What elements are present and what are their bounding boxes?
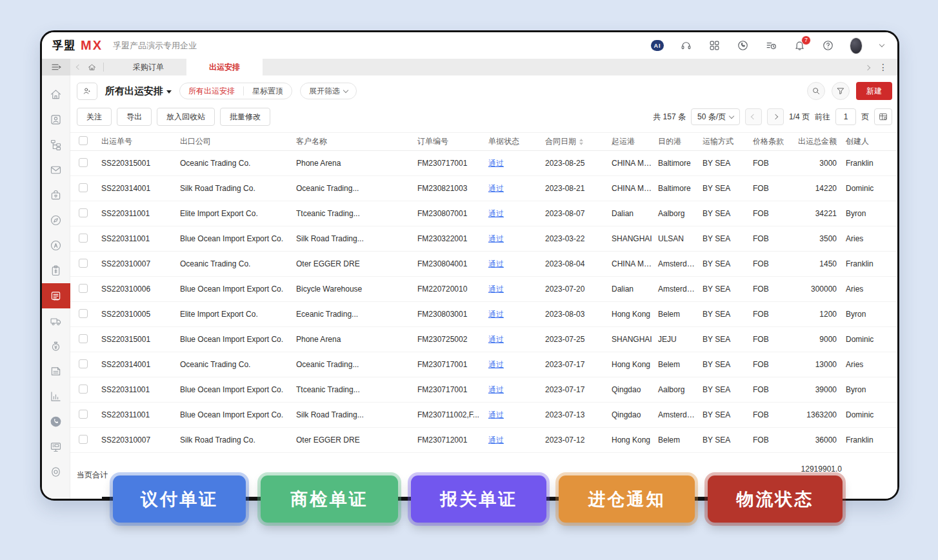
sidebar-item-home[interactable] [42,82,70,107]
status-link[interactable]: 通过 [488,209,504,218]
column-header-5[interactable]: 合同日期 [543,133,609,151]
search-button[interactable] [807,82,825,100]
notifications-bell-icon[interactable]: 7 [793,39,806,52]
nav-back-chevron-icon[interactable] [77,65,81,69]
task-history-icon[interactable] [764,39,777,52]
sidebar-item-compass[interactable] [42,208,70,233]
support-headset-icon[interactable] [679,39,692,52]
sort-icon[interactable] [579,139,583,145]
flow-button-4[interactable]: 物流状态 [708,475,843,523]
table-row[interactable]: SS220311001Blue Ocean Import Export Co.S… [70,226,899,252]
sidebar-item-finance[interactable] [42,334,70,359]
home-tab-icon[interactable] [87,63,97,72]
sidebar-item-orders[interactable] [42,183,70,208]
sidebar-collapse-button[interactable] [42,59,70,75]
avatar-dropdown-chevron-icon[interactable] [878,39,886,52]
row-checkbox-cell [70,428,99,453]
expand-filter-button[interactable]: 展开筛选 [300,83,357,99]
user-avatar[interactable] [850,39,863,52]
status-link[interactable]: 通过 [488,435,504,445]
tab-purchase-orders[interactable]: 采购订单 [110,59,186,75]
action-button-0[interactable]: 关注 [77,108,112,126]
table-row[interactable]: SS220314001Silk Road Trading Co.Oceanic … [70,176,899,201]
flow-button-0[interactable]: 议付单证 [113,475,246,523]
cell-transport: BY SEA [700,252,750,277]
sidebar-item-marketing[interactable] [42,233,70,258]
table-row[interactable]: SS220310005Elite Import Export Co.Eceani… [70,302,899,327]
status-link[interactable]: 通过 [488,234,504,243]
row-checkbox[interactable] [79,234,88,243]
tab-more-icon[interactable]: ⋮ [879,62,888,72]
table-row[interactable]: SS220315001Oceanic Trading Co.Phone Aren… [70,151,899,176]
sidebar-item-approval-flow[interactable] [42,132,70,157]
page-size-select[interactable]: 50 条/页 [691,108,740,125]
status-link[interactable]: 通过 [488,159,504,168]
row-checkbox[interactable] [79,309,88,318]
flow-button-2[interactable]: 报关单证 [411,475,546,523]
sidebar-item-logistics[interactable] [42,308,70,334]
table-row[interactable]: SS220311001Blue Ocean Import Export Co.T… [70,377,899,403]
action-button-3[interactable]: 批量修改 [220,108,270,126]
cell-dest_port: Aalborg [655,201,700,226]
row-checkbox[interactable] [79,385,88,394]
row-checkbox[interactable] [79,359,88,368]
row-checkbox[interactable] [79,158,88,167]
cell-export_company: Blue Ocean Import Export Co. [177,327,294,352]
row-checkbox[interactable] [79,208,88,217]
segment-starred-top[interactable]: 星标置顶 [244,83,292,99]
row-checkbox[interactable] [79,183,88,192]
sidebar-item-shipping-docs[interactable] [42,283,70,308]
status-link[interactable]: 通过 [488,335,504,344]
owner-filter-button[interactable] [77,83,97,100]
table-row[interactable]: SS220311001Elite Import Export Co.Ttcean… [70,201,899,226]
sidebar-item-contacts[interactable] [42,107,70,132]
sidebar-item-quotation[interactable] [42,258,70,283]
row-checkbox[interactable] [79,284,88,293]
sidebar-item-reports[interactable] [42,384,70,409]
table-row[interactable]: SS220310007Oceanic Trading Co.Oter EGGER… [70,252,899,277]
column-settings-button[interactable] [874,108,892,125]
status-link[interactable]: 通过 [488,184,504,193]
sidebar-item-workbench[interactable] [42,434,70,459]
status-link[interactable]: 通过 [488,285,504,294]
sidebar-item-mail[interactable] [42,157,70,183]
segment-all-shipping[interactable]: 所有出运安排 [180,83,243,99]
status-link[interactable]: 通过 [488,410,504,419]
status-link[interactable]: 通过 [488,310,504,319]
goto-page-input[interactable] [835,108,856,125]
action-button-2[interactable]: 放入回收站 [157,108,215,126]
sidebar-item-whatsapp[interactable] [42,409,70,434]
titlebar: 孚盟 MX 孚盟产品演示专用企业 AI 7 [42,32,897,59]
action-button-1[interactable]: 导出 [117,108,152,126]
flow-button-1[interactable]: 商检单证 [261,475,398,523]
sidebar-item-ledger[interactable] [42,359,70,384]
table-row[interactable]: SS220310006Blue Ocean Import Export Co.B… [70,277,899,302]
table-row[interactable]: SS220311001Blue Ocean Import Export Co.S… [70,403,899,428]
header-icons: AI 7 [651,39,886,52]
status-link[interactable]: 通过 [488,259,504,268]
tab-shipping-arrangement[interactable]: 出运安排 [186,59,263,75]
row-checkbox[interactable] [79,435,88,444]
select-all-checkbox[interactable] [79,136,88,145]
filter-button[interactable] [832,82,850,100]
help-icon[interactable] [821,39,834,52]
nav-forward-chevron-icon[interactable] [866,63,870,72]
next-page-button[interactable] [767,108,784,125]
row-checkbox[interactable] [79,410,88,419]
status-link[interactable]: 通过 [488,385,504,394]
status-link[interactable]: 通过 [488,360,504,369]
row-checkbox[interactable] [79,334,88,343]
total-count: 共 157 条 [653,112,686,123]
new-record-button[interactable]: 新建 [856,82,892,100]
view-selector[interactable]: 所有出运安排 [105,85,172,97]
row-checkbox[interactable] [79,259,88,268]
prev-page-button[interactable] [745,108,762,125]
flow-button-3[interactable]: 进仓通知 [559,475,695,523]
table-row[interactable]: SS220310007Silk Road Trading Co.Oter EGG… [70,428,899,453]
table-row[interactable]: SS220315001Blue Ocean Import Export Co.P… [70,327,899,352]
apps-grid-icon[interactable] [708,39,721,52]
sidebar-item-settings[interactable] [42,459,70,485]
whatsapp-icon[interactable] [736,39,749,52]
ai-assistant-button[interactable]: AI [651,39,664,52]
table-row[interactable]: SS220314001Oceanic Trading Co.Oceanic Tr… [70,352,899,377]
